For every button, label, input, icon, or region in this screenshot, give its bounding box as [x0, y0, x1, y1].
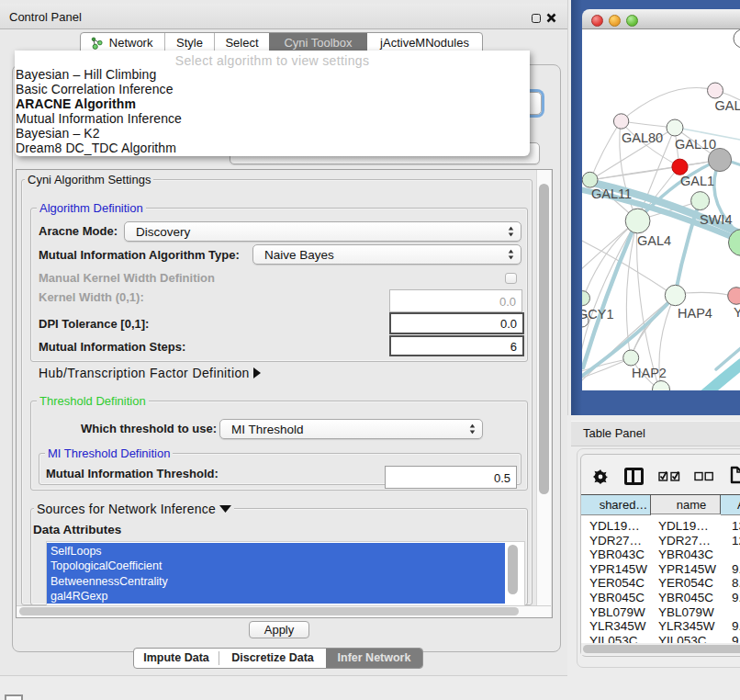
svg-text:GAL11: GAL11 [591, 186, 632, 201]
svg-text:HAP4: HAP4 [678, 306, 712, 321]
svg-text:SWI4: SWI4 [700, 212, 732, 227]
svg-text:GAL1: GAL1 [680, 174, 714, 188]
svg-text:GAL: GAL [715, 98, 740, 113]
svg-text:GAL10: GAL10 [675, 137, 716, 152]
svg-text:Y: Y [734, 305, 740, 320]
svg-text:GAL4: GAL4 [637, 233, 671, 248]
svg-text:HAP2: HAP2 [632, 366, 667, 380]
svg-text:GCY1: GCY1 [582, 307, 614, 322]
svg-text:GAL80: GAL80 [622, 130, 663, 145]
